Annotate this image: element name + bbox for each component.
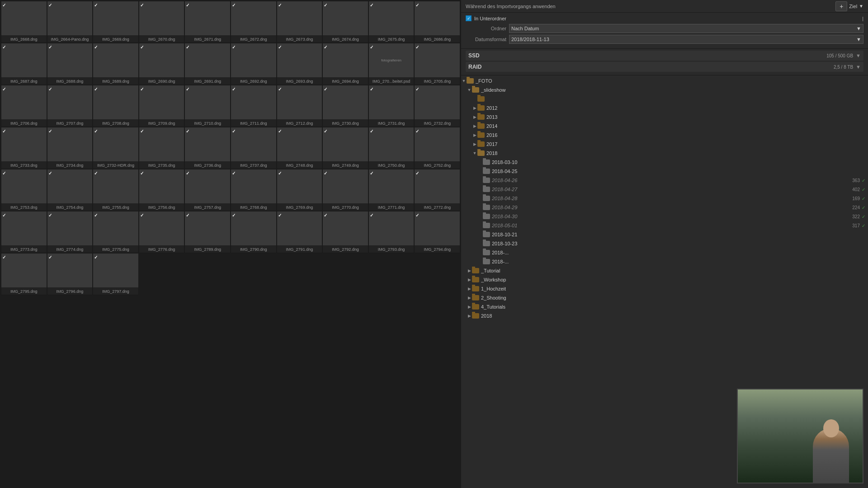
photo-cell[interactable]: IMG_2709.dng <box>139 85 185 127</box>
photo-checkbox[interactable] <box>370 44 376 50</box>
photo-checkbox[interactable] <box>48 2 54 8</box>
photo-checkbox[interactable] <box>186 44 192 50</box>
tree-item[interactable]: ▶2018 <box>461 311 868 320</box>
photo-checkbox[interactable] <box>415 44 421 50</box>
photo-checkbox[interactable] <box>186 128 192 134</box>
tree-item[interactable]: ▶1_Hochzeit <box>461 284 868 293</box>
photo-cell[interactable]: IMG_2749.dng <box>322 127 368 169</box>
photo-cell[interactable]: IMG_2710.dng <box>184 85 231 127</box>
photo-checkbox[interactable] <box>186 2 192 8</box>
photo-cell[interactable]: IMG_2768.dng <box>231 169 277 211</box>
photo-cell[interactable]: IMG_2792.dng <box>322 211 368 253</box>
photo-checkbox[interactable] <box>186 212 192 218</box>
photo-cell[interactable]: IMG_2735.dng <box>139 127 185 169</box>
photo-cell[interactable]: IMG_2687.dng <box>1 43 47 85</box>
tree-item[interactable]: 2018-... <box>461 248 868 257</box>
photo-cell[interactable]: IMG_2693.dng <box>277 43 323 85</box>
tree-item[interactable]: 2018-04-29224✓ <box>461 203 868 212</box>
photo-checkbox[interactable] <box>415 170 421 176</box>
tree-item[interactable]: 2018-04-25 <box>461 167 868 176</box>
ssd-storage[interactable]: SSD 105 / 500 GB ▼ <box>466 51 863 61</box>
tree-item[interactable]: ▶2012 <box>461 103 868 113</box>
photo-checkbox[interactable] <box>48 170 54 176</box>
photo-cell[interactable]: IMG_2692.dng <box>231 43 277 85</box>
photo-cell[interactable]: IMG_2688.dng <box>47 43 93 85</box>
photo-checkbox[interactable] <box>324 212 330 218</box>
photo-checkbox[interactable] <box>278 44 284 50</box>
tree-item[interactable]: ▼_FOTO <box>461 76 868 85</box>
photo-cell[interactable]: IMG_2793.dng <box>368 211 415 253</box>
photo-cell[interactable]: IMG_2772.dng <box>414 169 460 211</box>
tree-expand-arrow[interactable]: ▶ <box>472 124 477 128</box>
tree-expand-arrow[interactable]: ▶ <box>467 277 472 282</box>
photo-cell[interactable]: IMG_2733.dng <box>1 127 47 169</box>
photo-cell[interactable]: IMG_2748.dng <box>277 127 323 169</box>
tree-item[interactable]: ▶2016 <box>461 131 868 140</box>
tree-expand-arrow[interactable]: ▶ <box>472 106 477 110</box>
tree-expand-arrow[interactable]: ▶ <box>467 305 472 309</box>
photo-cell[interactable]: IMG_2773.dng <box>1 211 47 253</box>
tree-expand-arrow[interactable]: ▼ <box>461 79 467 83</box>
photo-checkbox[interactable] <box>370 170 376 176</box>
photo-cell[interactable]: IMG_2775.dng <box>93 211 139 253</box>
tree-expand-arrow[interactable]: ▶ <box>467 286 472 291</box>
photo-checkbox[interactable] <box>140 86 146 92</box>
photo-checkbox[interactable] <box>2 170 8 176</box>
photo-checkbox[interactable] <box>232 2 238 8</box>
tree-item[interactable]: ▶_Workshop <box>461 275 868 284</box>
photo-cell[interactable]: IMG_2675.dng <box>368 1 415 43</box>
photo-cell[interactable]: IMG_2770.dng <box>322 169 368 211</box>
photo-cell[interactable]: IMG_2776.dng <box>139 211 185 253</box>
photo-checkbox[interactable] <box>324 44 330 50</box>
photo-cell[interactable]: IMG_2753.dng <box>1 169 47 211</box>
photo-cell[interactable]: IMG_2672.dng <box>231 1 277 43</box>
photo-checkbox[interactable] <box>232 212 238 218</box>
tree-item[interactable]: 2018-04-27402✓ <box>461 185 868 194</box>
photo-checkbox[interactable] <box>140 170 146 176</box>
photo-checkbox[interactable] <box>324 2 330 8</box>
photo-cell[interactable]: IMG_2796.dng <box>47 253 93 295</box>
photo-cell[interactable]: IMG_2791.dng <box>277 211 323 253</box>
unterordner-checkbox[interactable] <box>466 15 472 21</box>
photo-cell[interactable]: IMG_2707.dng <box>47 85 93 127</box>
tree-expand-arrow[interactable]: ▶ <box>472 142 477 146</box>
tree-item[interactable]: 2018-04-26363✓ <box>461 176 868 185</box>
photo-cell[interactable]: IMG_2690.dng <box>139 43 185 85</box>
photo-checkbox[interactable] <box>415 2 421 8</box>
photo-checkbox[interactable] <box>186 170 192 176</box>
photo-cell[interactable]: IMG_2671.dng <box>184 1 231 43</box>
photo-cell[interactable]: IMG_2689.dng <box>93 43 139 85</box>
tree-item[interactable]: 2018-05-01317✓ <box>461 221 868 230</box>
photo-cell[interactable]: IMG_2694.dng <box>322 43 368 85</box>
photo-cell[interactable]: IMG_2789.dng <box>184 211 231 253</box>
photo-cell[interactable]: IMG_2737.dng <box>231 127 277 169</box>
photo-checkbox[interactable] <box>2 254 8 260</box>
photo-cell[interactable]: IMG_2691.dng <box>184 43 231 85</box>
photo-checkbox[interactable] <box>2 2 8 8</box>
ordner-select[interactable]: Nach Datum ▼ <box>509 24 863 33</box>
tree-expand-arrow[interactable]: ▼ <box>467 88 472 92</box>
tree-item[interactable]: 2018-... <box>461 257 868 266</box>
photo-checkbox[interactable] <box>140 2 146 8</box>
photo-checkbox[interactable] <box>140 128 146 134</box>
photo-cell[interactable]: IMG_2730.dng <box>322 85 368 127</box>
photo-checkbox[interactable] <box>324 128 330 134</box>
photo-cell[interactable]: IMG_2790.dng <box>231 211 277 253</box>
photo-checkbox[interactable] <box>232 86 238 92</box>
tree-expand-arrow[interactable]: ▶ <box>467 314 472 318</box>
tree-item[interactable]: 2018-04-28169✓ <box>461 194 868 203</box>
tree-item[interactable]: 2018-04-30322✓ <box>461 212 868 221</box>
photo-checkbox[interactable] <box>2 44 8 50</box>
photo-cell[interactable]: IMG_2795.dng <box>1 253 47 295</box>
photo-cell[interactable]: IMG_2664-Pano.dng <box>47 1 93 43</box>
photo-cell[interactable]: IMG_2794.dng <box>414 211 460 253</box>
photo-cell[interactable]: IMG_2708.dng <box>93 85 139 127</box>
tree-item[interactable]: 2018-10-23 <box>461 239 868 248</box>
photo-cell[interactable]: IMG_2668.dng <box>1 1 47 43</box>
photo-cell[interactable]: IMG_2706.dng <box>1 85 47 127</box>
photo-checkbox[interactable] <box>94 86 100 92</box>
photo-cell[interactable]: IMG_2734.dng <box>47 127 93 169</box>
photo-checkbox[interactable] <box>94 128 100 134</box>
tree-item[interactable]: ▶4_Tutorials <box>461 302 868 311</box>
photo-checkbox[interactable] <box>324 86 330 92</box>
